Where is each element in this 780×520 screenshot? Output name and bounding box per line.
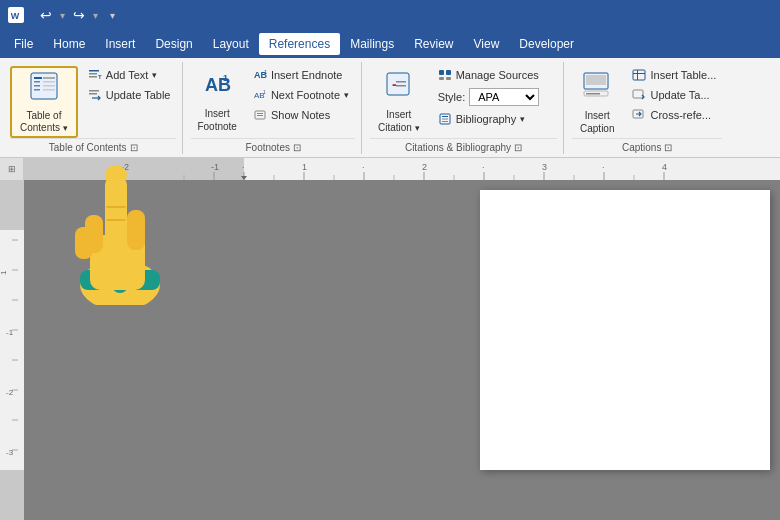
menu-design[interactable]: Design (145, 33, 202, 55)
svg-rect-43 (637, 70, 638, 80)
svg-rect-32 (446, 77, 451, 80)
svg-text:-1: -1 (6, 328, 14, 337)
customize-qat[interactable]: ▾ (110, 10, 115, 21)
svg-text:-2: -2 (6, 388, 14, 397)
undo-redo-group: ↩ ▾ ↪ ▾ (36, 5, 98, 25)
svg-rect-25 (387, 73, 409, 95)
menu-insert[interactable]: Insert (95, 33, 145, 55)
footnotes-sub-group: AB1 Insert Endnote AB1 Next Footnote ▾ S… (247, 66, 355, 124)
undo-button[interactable]: ↩ (36, 5, 56, 25)
cross-reference-label: Cross-refe... (650, 109, 711, 121)
svg-rect-10 (89, 70, 99, 72)
svg-text:3: 3 (542, 162, 547, 172)
manage-sources-button[interactable]: Manage Sources (432, 66, 546, 84)
toc-ribbon-group: Table ofContents ▾ T Add Text ▾ Update T… (4, 62, 183, 154)
document-page[interactable] (480, 190, 770, 470)
style-select[interactable]: APA MLA Chicago (469, 88, 539, 106)
update-table-button[interactable]: Update Table (82, 86, 177, 104)
svg-text:-3: -3 (6, 448, 14, 457)
document-area: 1 -1 -2 -3 (0, 180, 780, 520)
update-table2-button[interactable]: Update Ta... (626, 86, 722, 104)
svg-text:-: - (392, 76, 397, 92)
svg-rect-8 (43, 85, 55, 87)
insert-footnote-label: InsertFootnote (197, 107, 236, 133)
toc-icon (29, 71, 59, 108)
show-notes-button[interactable]: Show Notes (247, 106, 355, 124)
menu-mailings[interactable]: Mailings (340, 33, 404, 55)
citations-ribbon-group: - InsertCitation ▾ Manage Sources Style (364, 62, 564, 154)
citations-group-top: - InsertCitation ▾ Manage Sources Style (370, 62, 557, 138)
menu-references[interactable]: References (259, 33, 340, 55)
toc-sub-group: T Add Text ▾ Update Table (82, 66, 177, 104)
menu-review[interactable]: Review (404, 33, 463, 55)
svg-rect-7 (43, 81, 55, 83)
next-footnote-button[interactable]: AB1 Next Footnote ▾ (247, 86, 355, 104)
svg-text:-1: -1 (211, 162, 219, 172)
svg-text:-2: -2 (121, 162, 129, 172)
redo-dropdown[interactable]: ▾ (93, 10, 98, 21)
svg-rect-24 (257, 115, 263, 116)
citations-group-label[interactable]: Citations & Bibliography ⊡ (370, 138, 557, 156)
captions-group-label[interactable]: Captions ⊡ (572, 138, 722, 156)
insert-citation-button[interactable]: - InsertCitation ▾ (370, 66, 428, 138)
captions-group-top: InsertCaption Insert Table... Update Ta.… (572, 62, 722, 138)
bibliography-arrow: ▾ (520, 114, 525, 124)
captions-ribbon-group: InsertCaption Insert Table... Update Ta.… (566, 62, 728, 154)
menu-view[interactable]: View (464, 33, 510, 55)
toc-expand-icon: ⊡ (130, 142, 138, 153)
svg-text:·: · (602, 162, 605, 172)
style-label: Style: (438, 91, 466, 103)
menu-file[interactable]: File (4, 33, 43, 55)
svg-rect-2 (34, 77, 42, 79)
manage-sources-label: Manage Sources (456, 69, 539, 81)
insert-citation-label: InsertCitation ▾ (378, 108, 420, 135)
svg-rect-27 (396, 81, 406, 83)
undo-dropdown[interactable]: ▾ (60, 10, 65, 21)
footnotes-group-label[interactable]: Footnotes ⊡ (191, 138, 355, 156)
menu-home[interactable]: Home (43, 33, 95, 55)
svg-text:·: · (242, 162, 245, 172)
svg-text:1: 1 (0, 270, 8, 275)
redo-button[interactable]: ↪ (69, 5, 89, 25)
svg-rect-9 (43, 89, 55, 91)
caption-icon (582, 70, 612, 107)
insert-caption-button[interactable]: InsertCaption (572, 66, 622, 138)
menu-layout[interactable]: Layout (203, 33, 259, 55)
menu-bar: File Home Insert Design Layout Reference… (0, 30, 780, 58)
captions-expand-icon: ⊡ (664, 142, 672, 153)
svg-rect-35 (442, 119, 448, 120)
svg-rect-41 (633, 70, 645, 80)
menu-developer[interactable]: Developer (509, 33, 584, 55)
svg-rect-34 (442, 116, 448, 117)
svg-rect-5 (34, 89, 40, 91)
cross-reference-button[interactable]: Cross-refe... (626, 106, 722, 124)
insert-endnote-button[interactable]: AB1 Insert Endnote (247, 66, 355, 84)
bibliography-button[interactable]: Bibliography ▾ (432, 110, 546, 128)
svg-rect-12 (89, 76, 97, 78)
insert-table-button[interactable]: Insert Table... (626, 66, 722, 84)
ruler-corner: ⊞ (0, 158, 24, 180)
toc-group-top: Table ofContents ▾ T Add Text ▾ Update T… (10, 62, 176, 138)
insert-footnote-button[interactable]: AB 1 InsertFootnote (191, 66, 242, 138)
captions-sub-items: Insert Table... Update Ta... Cross-refe.… (626, 66, 722, 124)
add-text-label: Add Text (106, 69, 149, 81)
svg-rect-3 (34, 81, 40, 83)
doc-page-area (24, 180, 780, 520)
add-text-button[interactable]: T Add Text ▾ (82, 66, 177, 84)
toc-button-label: Table ofContents ▾ (20, 110, 68, 134)
insert-endnote-label: Insert Endnote (271, 69, 343, 81)
toc-group-label[interactable]: Table of Contents ⊡ (10, 138, 176, 156)
svg-rect-44 (633, 90, 643, 98)
toc-button[interactable]: Table ofContents ▾ (10, 66, 78, 138)
svg-text:·: · (482, 162, 485, 172)
ribbon: Table ofContents ▾ T Add Text ▾ Update T… (0, 58, 780, 158)
svg-rect-6 (43, 77, 55, 79)
citations-sub-items: Manage Sources Style: APA MLA Chicago Bi… (432, 66, 546, 128)
next-footnote-label: Next Footnote (271, 89, 340, 101)
insert-table-label: Insert Table... (650, 69, 716, 81)
update-table-label: Update Table (106, 89, 171, 101)
svg-rect-40 (586, 93, 600, 95)
svg-rect-15 (89, 93, 97, 95)
svg-text:1: 1 (263, 89, 266, 95)
style-row: Style: APA MLA Chicago (432, 86, 546, 108)
